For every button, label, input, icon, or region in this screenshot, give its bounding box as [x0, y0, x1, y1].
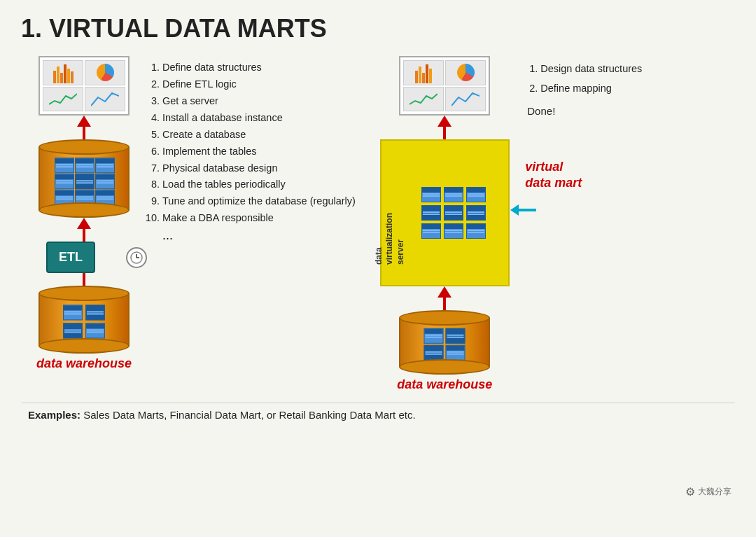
step-10: Make a DBA responsible [162, 210, 368, 227]
right-step-1: Design data structures [540, 60, 735, 79]
virt-box-label: datavirtualizationserver [373, 213, 406, 265]
left-steps-column: Define data structures Define ETL logic … [147, 56, 368, 392]
arrow-2: ETL [21, 218, 147, 286]
page-title: 1. VIRTUAL DATA MARTS [21, 14, 735, 43]
right-diagram-column: datavirtualizationserver [374, 56, 514, 392]
right-arrow-2 [438, 286, 451, 310]
virt-box: datavirtualizationserver [380, 139, 510, 286]
db-tables-top [55, 158, 113, 204]
left-dashboard [38, 56, 130, 116]
bar-chart-panel [43, 60, 83, 85]
page: 1. VIRTUAL DATA MARTS [0, 0, 756, 537]
db-tables-bottom [63, 305, 105, 338]
watermark: ⚙ 大魏分享 [685, 485, 732, 498]
left-bottom-db [38, 286, 130, 354]
examples-label: Examples: [28, 409, 80, 421]
step-1: Define data structures [162, 60, 368, 76]
right-steps-list: Design data structures Define mapping [525, 60, 735, 98]
vdm-label: virtualdata mart [525, 159, 735, 192]
right-dashboard [399, 56, 490, 116]
cyan-arrow [510, 204, 536, 216]
step-8: Load the tables periodically [162, 176, 368, 193]
step-2: Define ETL logic [162, 76, 368, 93]
examples-section: Examples: Sales Data Marts, Financial Da… [21, 403, 735, 426]
left-diagram-column: ETL [21, 56, 147, 392]
right-bottom-db [399, 310, 490, 375]
step-9: Tune and optimize the database (regularl… [162, 193, 368, 210]
right-dw-label: data warehouse [397, 377, 492, 392]
watermark-icon: ⚙ [685, 485, 695, 498]
step-3: Get a server [162, 93, 368, 110]
step-6: Implement the tables [162, 144, 368, 160]
steps-list: Define data structures Define ETL logic … [147, 60, 368, 227]
left-dw-label: data warehouse [36, 356, 132, 371]
line-chart-panel [43, 87, 83, 112]
right-steps-column: Design data structures Define mapping Do… [514, 56, 735, 392]
right-pie-panel [445, 60, 486, 85]
right-step-2: Define mapping [540, 79, 735, 99]
extra-panel [85, 87, 125, 112]
step-5: Create a database [162, 127, 368, 144]
left-top-db [38, 139, 130, 218]
right-arrow-1 [438, 116, 451, 139]
virt-box-wrapper: datavirtualizationserver [380, 139, 510, 286]
right-bar-panel [403, 60, 444, 85]
examples-text: Sales Data Marts, Financial Data Mart, o… [83, 409, 415, 421]
clock-icon [126, 247, 147, 268]
pie-chart-panel [85, 60, 125, 85]
steps-ellipsis: ... [147, 228, 368, 243]
virt-tables [421, 187, 486, 239]
right-extra-panel [445, 87, 486, 112]
step-7: Physical database design [162, 160, 368, 177]
step-4: Install a database instance [162, 110, 368, 127]
done-text: Done! [525, 105, 735, 117]
right-line-panel [403, 87, 444, 112]
etl-box: ETL [46, 242, 95, 273]
right-db-tables [424, 328, 465, 360]
arrow-1 [77, 116, 91, 139]
watermark-text: 大魏分享 [698, 486, 732, 498]
